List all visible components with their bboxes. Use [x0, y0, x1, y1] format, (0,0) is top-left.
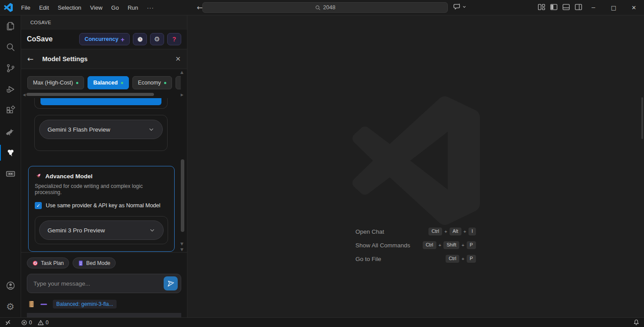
activity-spacer	[0, 184, 21, 275]
scroll-left-icon[interactable]: ◀	[23, 93, 26, 97]
task-plan-chip[interactable]: Task Plan	[27, 257, 69, 268]
kangaroo-extension-icon	[5, 126, 16, 137]
tab-label: Balanced	[93, 80, 118, 86]
activity-run-debug[interactable]	[0, 79, 21, 100]
scroll-down-icon-2[interactable]: ▼	[180, 247, 183, 252]
bell-icon[interactable]	[633, 319, 640, 326]
task-plan-label: Task Plan	[41, 260, 64, 266]
plus-sign: +	[461, 256, 464, 261]
shortcut-label: Show All Commands	[355, 242, 410, 249]
menu-more-ellipsis[interactable]: ···	[143, 3, 158, 13]
extensions-icon	[5, 105, 16, 116]
title-bar: File Edit Selection View Go Run ··· ← → …	[0, 0, 644, 15]
tab-max-high-cost[interactable]: Max (High-Cost)	[27, 76, 84, 89]
menu-go[interactable]: Go	[107, 3, 123, 13]
shortcut-label: Go to File	[355, 256, 381, 262]
settings-button[interactable]: ⚙	[150, 33, 164, 45]
watermark-shortcuts: Open Chat Ctrl+Alt+I Show All Commands C…	[355, 227, 476, 264]
activity-source-control[interactable]	[0, 58, 21, 79]
vertical-scrollbar[interactable]: ▲ ▼ ▼	[180, 69, 185, 252]
same-provider-checkbox[interactable]: ✓	[35, 202, 42, 209]
menu-file[interactable]: File	[17, 3, 34, 13]
close-icon[interactable]: ✕	[175, 55, 181, 63]
history-clock-button[interactable]	[133, 33, 147, 45]
customize-layout-icon[interactable]	[538, 3, 545, 11]
send-plane-icon	[167, 280, 175, 287]
pane-header: COSAVE	[21, 15, 187, 29]
normal-model-select[interactable]: Gemini 3 Flash Preview	[39, 120, 163, 139]
command-center[interactable]: 2048	[202, 2, 448, 13]
toggle-secondary-sidebar-icon[interactable]	[574, 3, 582, 11]
problems-indicator[interactable]: 0 0	[21, 320, 52, 326]
hscroll-thumb[interactable]	[26, 93, 154, 96]
model-tier-tabs: Max (High-Cost) Balanced Economy Lite Cu…	[21, 76, 181, 89]
remote-indicator[interactable]	[4, 320, 11, 326]
concurrency-label: Concurrency	[84, 36, 118, 42]
tab-balanced[interactable]: Balanced	[88, 76, 129, 89]
maximize-button[interactable]: □	[604, 0, 624, 15]
activity-cosave[interactable]	[0, 142, 21, 163]
back-arrow-icon[interactable]: ←	[27, 55, 37, 63]
close-button[interactable]: ✕	[624, 0, 644, 15]
warnings-count: 0	[46, 320, 49, 326]
pane-title: COSAVE	[30, 20, 51, 25]
normal-model-value: Gemini 3 Flash Preview	[48, 126, 110, 133]
activity-explorer[interactable]	[0, 15, 21, 37]
scroll-up-icon[interactable]: ▲	[180, 70, 183, 74]
warnings-icon	[37, 320, 44, 326]
primary-action-button[interactable]	[40, 98, 161, 105]
model-settings-title: Model Settings	[42, 55, 88, 62]
question-icon: ?	[172, 36, 176, 43]
tab-label: Max (High-Cost)	[33, 80, 73, 86]
activity-bar: ⚙	[0, 15, 21, 317]
keycap: P	[467, 241, 476, 249]
horizontal-scrollbar[interactable]: ◀ ▶	[22, 92, 184, 97]
layout-controls	[538, 3, 582, 11]
activity-screencast[interactable]	[0, 163, 21, 184]
activity-kangaroo-extension[interactable]	[0, 121, 21, 142]
activity-extensions[interactable]	[0, 100, 21, 121]
scroll-down-icon[interactable]: ▼	[180, 242, 183, 246]
toggle-panel-icon[interactable]	[562, 3, 570, 11]
help-button[interactable]: ?	[167, 33, 181, 45]
bed-mode-icon	[78, 260, 84, 266]
activity-account[interactable]	[0, 275, 21, 296]
plus-sign: +	[464, 229, 466, 234]
copilot-chat-button[interactable]	[453, 3, 466, 11]
advanced-model-select[interactable]: Gemini 3 Pro Preview	[39, 220, 164, 240]
divider-dash-icon	[40, 304, 47, 305]
shortcut-label: Open Chat	[355, 228, 384, 235]
vscode-logo-icon	[4, 3, 13, 12]
keycap: Ctrl	[428, 228, 442, 235]
editor-scrollbar[interactable]	[641, 97, 643, 139]
keycap: Ctrl	[446, 255, 459, 263]
workspace-name: 2048	[323, 4, 336, 11]
menu-edit[interactable]: Edit	[35, 3, 53, 13]
vscroll-thumb[interactable]	[181, 159, 184, 232]
message-input[interactable]	[33, 280, 164, 287]
concurrency-button[interactable]: Concurrency +	[79, 33, 130, 45]
tab-economy[interactable]: Economy	[132, 76, 172, 89]
chat-bubble-icon	[453, 3, 461, 11]
menu-selection[interactable]: Selection	[54, 3, 85, 13]
cosave-sidebar: COSAVE CoSave Concurrency + ⚙ ?	[21, 15, 187, 317]
activity-settings[interactable]: ⚙	[0, 296, 21, 317]
minimize-button[interactable]: ─	[583, 0, 604, 15]
active-model-link[interactable]: Balanced: gemini-3-fla...	[53, 300, 117, 309]
status-dot	[164, 82, 166, 84]
model-settings-body: Max (High-Cost) Balanced Economy Lite Cu…	[21, 69, 187, 252]
status-dot	[121, 82, 123, 84]
activity-search[interactable]	[0, 37, 21, 58]
window-controls: ─ □ ✕	[583, 0, 644, 15]
send-button[interactable]	[164, 276, 178, 290]
keycap: I	[468, 228, 476, 235]
vscode-watermark-logo	[351, 96, 480, 225]
shortcut-keys: Ctrl+Shift+P	[423, 241, 476, 249]
clock-icon	[137, 36, 143, 43]
menu-run[interactable]: Run	[124, 3, 142, 13]
advanced-model-description: Specialized for code writing and complex…	[35, 183, 168, 195]
shortcut-go-to-file: Go to File Ctrl+P	[355, 254, 476, 264]
toggle-primary-sidebar-icon[interactable]	[550, 3, 558, 11]
menu-view[interactable]: View	[86, 3, 106, 13]
bed-mode-chip[interactable]: Bed Mode	[73, 257, 116, 268]
